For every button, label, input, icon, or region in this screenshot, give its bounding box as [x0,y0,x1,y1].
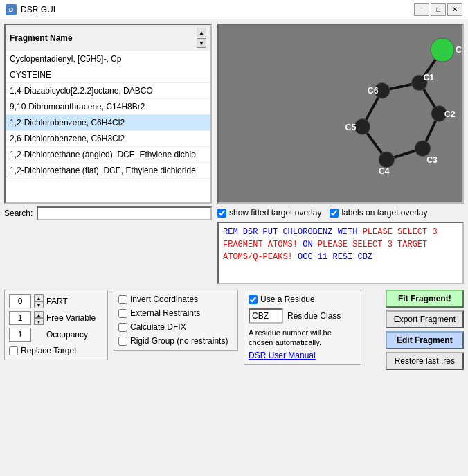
external-checkbox[interactable] [118,309,127,318]
svg-point-17 [354,119,370,135]
fit-fragment-button[interactable]: Fit Fragment! [386,290,464,308]
part-spinners: ▲ ▼ [34,294,44,308]
external-checkbox-label[interactable]: External Restraints [118,308,233,318]
svg-text:C6: C6 [368,86,379,96]
fragment-list-header: Fragment Name ▲ ▼ [6,25,210,51]
occupancy-row: Occupancy [9,328,103,342]
fragment-list-item[interactable]: 9,10-Dibromoanthracene, C14H8Br2 [6,99,210,115]
edit-fragment-button[interactable]: Edit Fragment [386,331,464,349]
occupancy-label: Occupancy [46,330,88,340]
svg-text:C3: C3 [426,155,438,165]
scroll-up-button[interactable]: ▲ [197,28,206,37]
minimize-button[interactable]: — [414,3,429,16]
replace-target-checkbox[interactable] [9,346,18,355]
residue-note: A residue number will bechosen automatic… [249,328,357,348]
svg-text:Cl1: Cl1 [456,45,462,55]
bottom-middle-group: Invert Coordinates External Restraints C… [114,290,238,351]
calc-dfix-checkbox[interactable] [118,323,127,332]
fragment-list-item[interactable]: 2,6-Dichlorobenzene, C6H3Cl2 [6,131,210,147]
fragment-list-item[interactable]: CYSTEINE [6,67,210,83]
svg-text:C2: C2 [444,109,456,119]
labels-on-target-checkbox[interactable] [330,209,339,218]
residue-input-row: Residue Class [249,308,357,324]
fragment-list: Fragment Name ▲ ▼ Cyclopentadienyl, [C5H… [4,24,212,204]
dsr-manual-link[interactable]: DSR User Manual [249,351,316,360]
command-box: REM DSR PUT CHLOROBENZ WITH PLEASE SELEC… [217,222,464,284]
bottom-left-group: ▲ ▼ PART ▲ ▼ Free Variable Occupancy [4,290,108,360]
part-label: PART [46,297,68,306]
part-up-button[interactable]: ▲ [34,294,44,301]
maximize-button[interactable]: □ [431,3,446,16]
free-variable-down-button[interactable]: ▼ [34,318,44,325]
restore-res-button[interactable]: Restore last .res [386,352,464,370]
invert-checkbox[interactable] [118,295,127,304]
window-controls: — □ ✕ [414,3,462,16]
part-input[interactable] [9,294,31,308]
show-fitted-label: show fitted target overlay [229,208,321,218]
show-fitted-checkbox[interactable] [217,209,226,218]
use-residue-label: Use a Residue [260,294,315,304]
title-bar: D DSR GUI — □ ✕ [0,0,468,19]
export-fragment-button[interactable]: Export Fragment [386,310,464,328]
residue-class-label: Residue Class [287,311,341,321]
fragment-list-item[interactable]: 1,2-Dichloroethane (flat), DCE, Ethylene… [6,163,210,179]
invert-checkbox-label[interactable]: Invert Coordinates [118,294,233,304]
rigid-group-checkbox-label[interactable]: Rigid Group (no restraints) [118,336,233,346]
fragment-list-item[interactable]: 1,2-Dichlorobenzene, C6H4Cl2 [6,115,210,131]
part-row: ▲ ▼ PART [9,294,103,308]
molecule-view: Cl1C1C2C3C4C5C6 [217,24,464,204]
svg-point-15 [379,152,395,168]
scroll-down-button[interactable]: ▼ [197,38,206,48]
occupancy-input[interactable] [9,328,31,342]
rigid-group-checkbox[interactable] [118,337,127,346]
svg-text:C4: C4 [379,166,390,176]
fragment-list-item[interactable]: 1,2-Dichloroethane (angled), DCE, Ethyle… [6,147,210,163]
show-fitted-checkbox-label[interactable]: show fitted target overlay [217,208,321,218]
svg-text:C1: C1 [423,73,434,82]
svg-point-13 [415,141,431,157]
fragment-list-item[interactable]: Cyclopentadienyl, [C5H5]-, Cp [6,51,210,67]
fragment-items: Cyclopentadienyl, [C5H5]-, CpCYSTEINE1,4… [6,51,210,204]
invert-label: Invert Coordinates [130,294,198,304]
free-variable-up-button[interactable]: ▲ [34,311,44,318]
svg-point-7 [431,38,454,62]
app-title: DSR GUI [21,5,414,15]
part-down-button[interactable]: ▼ [34,301,44,308]
labels-on-target-checkbox-label[interactable]: labels on target overlay [330,208,427,218]
overlay-row: show fitted target overlay labels on tar… [217,206,464,219]
calc-dfix-checkbox-label[interactable]: Calculate DFIX [118,322,233,332]
svg-text:C5: C5 [345,123,357,132]
fragment-list-title: Fragment Name [10,33,73,43]
free-variable-row: ▲ ▼ Free Variable [9,311,103,325]
external-label: External Restraints [130,308,200,318]
search-row: Search: [4,206,212,220]
close-button[interactable]: ✕ [447,3,462,16]
free-variable-input[interactable] [9,311,31,325]
search-label: Search: [4,209,33,218]
fragment-list-item[interactable]: 1,4-Diazabicyclo[2.2.2]octane, DABCO [6,83,210,99]
free-variable-spinners: ▲ ▼ [34,311,44,325]
use-residue-checkbox-label[interactable]: Use a Residue [249,294,315,304]
use-residue-header: Use a Residue [249,294,357,304]
residue-input[interactable] [249,308,283,324]
action-buttons: Fit Fragment! Export Fragment Edit Fragm… [386,290,464,370]
residue-group: Use a Residue Residue Class A residue nu… [244,290,361,365]
search-input[interactable] [37,206,212,220]
app-icon: D [6,4,17,15]
free-variable-label: Free Variable [46,313,96,323]
labels-on-target-label: labels on target overlay [341,208,427,218]
rigid-group-label: Rigid Group (no restraints) [130,336,228,346]
replace-target-checkbox-label[interactable]: Replace Target [9,346,103,355]
calc-dfix-label: Calculate DFIX [130,322,186,332]
use-residue-checkbox[interactable] [249,295,258,304]
replace-target-label: Replace Target [21,346,77,355]
